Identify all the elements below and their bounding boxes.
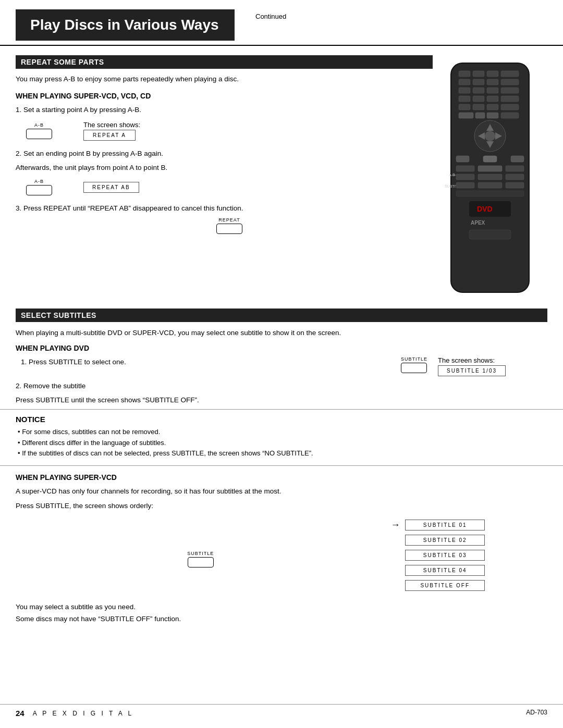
svg-rect-36 — [478, 166, 502, 171]
step2-button-row: A-B REPEAT AB — [26, 179, 433, 195]
svg-rect-40 — [456, 174, 474, 180]
notice-item-3: If the subtitles of discs can not be sel… — [18, 448, 547, 459]
repeat-left: REPEAT SOME PARTS You may press A-B to e… — [16, 55, 433, 300]
repeat-section: REPEAT SOME PARTS You may press A-B to e… — [16, 55, 547, 300]
footer: 24 A P E X D I G I T A L AD-703 — [0, 704, 563, 718]
step1-button-row: A-B The screen shows: REPEAT A — [26, 121, 433, 141]
svg-rect-34 — [511, 156, 524, 162]
step1-screen-label: The screen shows: — [83, 121, 140, 129]
step1-button-shape — [26, 129, 52, 139]
dvd-button-illustration: SUBTITLE — [401, 356, 427, 373]
svg-text:A-B: A-B — [449, 173, 455, 177]
page-container: Play Discs in Various Ways Continued REP… — [0, 0, 563, 728]
super-vcd-bottom-text1: You may select a subtitle as you need. — [16, 601, 547, 613]
svg-rect-2 — [459, 71, 470, 77]
svg-rect-5 — [501, 71, 519, 77]
footer-left: 24 A P E X D I G I T A L — [16, 709, 133, 718]
dvd-step2-text: 2. Remove the subtitle — [16, 380, 547, 392]
dvd-step2b-text: Press SUBTITLE until the screen shows “S… — [16, 394, 547, 406]
super-vcd-subsection-title: WHEN PLAYING SUPER-VCD, VCD, CD — [16, 92, 433, 100]
footer-model: AD-703 — [526, 709, 547, 718]
subtitle-screen-2: SUBTITLE 03 — [405, 550, 485, 561]
super-vcd-button-shape — [188, 557, 214, 567]
svg-rect-11 — [473, 88, 484, 93]
subtitle-screens-area: → SUBTITLE 01 SUBTITLE 02 SUBTITLE 03 SU… — [390, 520, 527, 591]
svg-text:APEX: APEX — [471, 220, 485, 226]
step2-button-shape — [26, 185, 52, 195]
step2-button-illustration: A-B — [26, 179, 52, 195]
continued-label: Continued — [255, 13, 286, 20]
svg-rect-33 — [483, 156, 497, 162]
dvd-steps-area: 1. Press SUBTITLE to select one. — [21, 356, 385, 371]
step3-button-group: REPEAT — [26, 217, 433, 234]
notice-item-2: Different discs differ in the language o… — [18, 438, 547, 449]
dvd-screen-display: The screen shows: SUBTITLE 1/03 — [438, 356, 506, 376]
when-playing-dvd-title: WHEN PLAYING DVD — [16, 344, 547, 352]
page-title: Play Discs in Various Ways — [16, 9, 235, 41]
step2-text2: Afterwards, the unit plays from point A … — [16, 162, 433, 174]
super-vcd-bottom-text: You may select a subtitle as you need. S… — [16, 601, 547, 625]
repeat-intro-text: You may press A-B to enjoy some parts re… — [16, 74, 433, 84]
svg-rect-23 — [475, 113, 485, 118]
super-vcd-button-illustration: SUBTITLE — [26, 551, 375, 567]
svg-rect-15 — [473, 96, 484, 102]
subtitle-button-row: 1. Press SUBTITLE to select one. SUBTITL… — [21, 356, 547, 376]
svg-rect-42 — [506, 174, 524, 180]
subtitle-screens-column: SUBTITLE 01 SUBTITLE 02 SUBTITLE 03 SUBT… — [405, 520, 485, 591]
super-vcd-content-row: SUBTITLE → SUBTITLE 01 SUBTITLE 02 SUBTI… — [16, 520, 547, 591]
svg-rect-13 — [501, 88, 519, 93]
super-vcd-button-label: SUBTITLE — [187, 551, 214, 556]
step1-button-label: A-B — [34, 122, 44, 128]
select-subtitles-header: SELECT SUBTITLES — [16, 309, 547, 322]
subtitle-screen-1: SUBTITLE 02 — [405, 535, 485, 546]
subtitle-screen-4: SUBTITLE OFF — [405, 580, 485, 591]
step1-screen-display: The screen shows: REPEAT A — [83, 121, 140, 141]
step3-button-label: REPEAT — [218, 217, 240, 223]
header-section: Play Discs in Various Ways Continued — [0, 0, 563, 46]
step3-block: 3. Press REPEAT until “REPEAT AB” disapp… — [16, 203, 433, 234]
dvd-screen-box: SUBTITLE 1/03 — [438, 365, 506, 376]
super-vcd-text2: Press SUBTITLE, the screen shows orderly… — [16, 500, 547, 512]
repeat-section-header: REPEAT SOME PARTS — [16, 55, 433, 69]
step2-screen-box: REPEAT AB — [83, 182, 139, 193]
step2-button-label: A-B — [34, 179, 44, 184]
svg-rect-9 — [501, 79, 519, 85]
full-content: REPEAT SOME PARTS You may press A-B to e… — [0, 55, 563, 406]
svg-text:DVD: DVD — [477, 205, 493, 213]
dvd-screen-label: The screen shows: — [438, 356, 495, 364]
dvd-button-shape — [401, 363, 427, 373]
remote-svg: A-B SUBTITLE — [440, 60, 540, 300]
dvd-button-screen-row: SUBTITLE The screen shows: SUBTITLE 1/03 — [401, 356, 506, 376]
svg-rect-14 — [459, 96, 470, 102]
svg-rect-47 — [506, 182, 524, 188]
svg-rect-48 — [456, 191, 524, 196]
notice-section: NOTICE For some discs, subtitles can not… — [0, 409, 563, 466]
notice-title: NOTICE — [16, 415, 547, 424]
svg-rect-6 — [459, 79, 470, 85]
step1-button-illustration: A-B — [26, 122, 52, 139]
super-vcd-title: WHEN PLAYING SUPER-VCD — [16, 473, 547, 482]
svg-rect-52 — [469, 230, 511, 239]
dvd-step1-text: 1. Press SUBTITLE to select one. — [21, 356, 385, 368]
svg-rect-10 — [459, 88, 470, 93]
notice-item-1: For some discs, subtitles can not be rem… — [18, 427, 547, 438]
svg-rect-37 — [506, 166, 524, 171]
page-number: 24 — [16, 709, 25, 718]
subtitle-screen-3: SUBTITLE 04 — [405, 565, 485, 576]
step1-block: 1. Set a starting point A by pressing A-… — [16, 104, 433, 141]
svg-rect-35 — [456, 166, 474, 171]
svg-rect-8 — [487, 79, 498, 85]
svg-rect-4 — [487, 71, 498, 77]
repeat-some-parts-section: REPEAT SOME PARTS You may press A-B to e… — [16, 55, 547, 406]
svg-rect-12 — [487, 88, 498, 93]
svg-point-31 — [485, 131, 495, 141]
step3-button-shape — [216, 224, 242, 234]
remote-section: A-B SUBTITLE — [433, 55, 547, 300]
subtitle-screen-0: SUBTITLE 01 — [405, 520, 485, 530]
notice-list: For some discs, subtitles can not be rem… — [16, 427, 547, 459]
dvd-button-label: SUBTITLE — [401, 356, 427, 362]
arrow-indicator: → — [390, 520, 400, 530]
svg-rect-22 — [459, 113, 473, 118]
select-subtitle-intro: When playing a multi-subtitle DVD or SUP… — [16, 327, 547, 339]
svg-rect-20 — [487, 104, 498, 110]
